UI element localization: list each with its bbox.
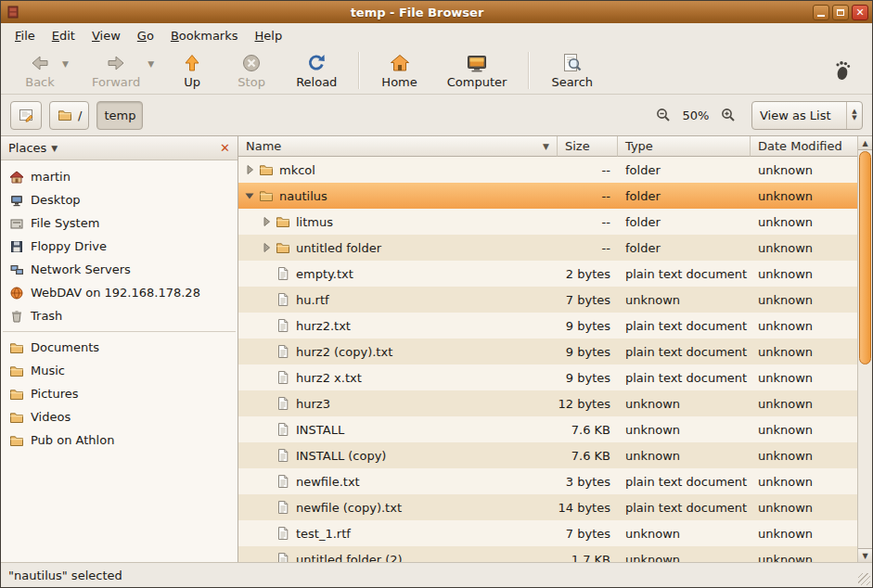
sidebar-item-label: Documents xyxy=(31,340,99,354)
sidebar-item-network-servers[interactable]: Network Servers xyxy=(1,258,238,281)
expander-collapsed-icon[interactable] xyxy=(242,162,257,177)
menu-bookmarks[interactable]: Bookmarks xyxy=(162,25,247,46)
file-modified: unknown xyxy=(751,397,857,411)
column-header-name[interactable]: Name▼ xyxy=(238,136,558,157)
sidebar-item-martin[interactable]: martin xyxy=(1,165,238,188)
expander-collapsed-icon[interactable] xyxy=(259,214,274,229)
scroll-down-button[interactable]: ▼ xyxy=(858,548,872,562)
folder-icon xyxy=(276,240,290,255)
minimize-icon xyxy=(817,15,825,17)
sidebar-item-music[interactable]: Music xyxy=(1,359,238,382)
table-row[interactable]: newfile.txt3 bytesplain text documentunk… xyxy=(238,468,857,494)
path-root-button[interactable]: / xyxy=(49,101,89,130)
sidebar-item-desktop[interactable]: Desktop xyxy=(1,188,238,211)
home-button[interactable]: Home xyxy=(375,49,423,92)
reload-group: Reload xyxy=(289,49,343,92)
column-header-type[interactable]: Type xyxy=(618,136,751,157)
sidebar-close-button[interactable]: ✕ xyxy=(220,142,230,154)
path-current-button[interactable]: temp xyxy=(96,101,143,130)
table-row[interactable]: INSTALL7.6 KBunknownunknown xyxy=(238,416,857,442)
expander-expanded-icon[interactable] xyxy=(242,188,257,203)
expander-slot xyxy=(259,318,274,333)
search-icon xyxy=(561,52,584,74)
scroll-up-button[interactable]: ▲ xyxy=(858,136,872,150)
column-headers: Name▼SizeTypeDate Modified xyxy=(238,136,857,157)
sidebar-item-videos[interactable]: Videos xyxy=(1,405,238,428)
close-button[interactable]: ✕ xyxy=(852,5,868,20)
column-header-size[interactable]: Size xyxy=(558,136,618,157)
scrollbar-thumb[interactable] xyxy=(859,151,871,364)
network-icon xyxy=(9,262,24,277)
table-row[interactable]: untitled folder--folderunknown xyxy=(238,235,857,261)
column-header-date-modified[interactable]: Date Modified xyxy=(751,136,857,157)
table-row[interactable]: nautilus--folderunknown xyxy=(238,183,857,209)
titlebar[interactable]: temp - File Browser ✕ xyxy=(1,1,872,23)
sidebar-item-webdav-on-192-168-178-28[interactable]: WebDAV on 192.168.178.28 xyxy=(1,281,238,304)
status-bar: "nautilus" selected xyxy=(1,562,872,587)
sidebar-item-label: Desktop xyxy=(31,193,81,207)
forward-button[interactable]: Forward xyxy=(85,49,147,92)
sidebar-item-documents[interactable]: Documents xyxy=(1,336,238,359)
sidebar-item-floppy-drive[interactable]: Floppy Drive xyxy=(1,235,238,258)
table-row[interactable]: mkcol--folderunknown xyxy=(238,157,857,183)
gnome-foot-icon xyxy=(831,59,854,82)
file-modified: unknown xyxy=(751,475,857,489)
maximize-button[interactable] xyxy=(832,5,849,20)
back-button[interactable]: Back xyxy=(19,49,61,92)
search-button[interactable]: Search xyxy=(545,49,599,92)
file-modified: unknown xyxy=(751,527,857,541)
view-mode-select[interactable]: View as List ▲▼ xyxy=(751,101,863,130)
sidebar-item-pub-on-athlon[interactable]: Pub on Athlon xyxy=(1,428,238,452)
menu-help[interactable]: Help xyxy=(247,25,291,46)
file-size: 3 bytes xyxy=(558,475,618,489)
reload-button[interactable]: Reload xyxy=(289,49,343,92)
text-file-icon xyxy=(276,526,290,541)
zoom-in-button[interactable] xyxy=(720,107,737,123)
file-size: 12 bytes xyxy=(558,397,618,411)
minimize-button[interactable] xyxy=(813,5,829,20)
table-row[interactable]: hurz312 bytesunknownunknown xyxy=(238,390,857,416)
table-row[interactable]: litmus--folderunknown xyxy=(238,209,857,235)
sidebar-item-label: Trash xyxy=(31,309,62,323)
expander-slot xyxy=(259,526,274,541)
computer-group: Computer xyxy=(441,49,514,92)
webdav-icon xyxy=(9,286,24,300)
table-row[interactable]: untitled folder (2)1.7 KBunknownunknown xyxy=(238,546,857,562)
table-row[interactable]: hurz2 x.txt9 bytesplain text documentunk… xyxy=(238,364,857,390)
places-header[interactable]: Places ▼ ✕ xyxy=(1,136,238,160)
file-size: 7 bytes xyxy=(558,527,618,541)
table-row[interactable]: hu.rtf7 bytesunknownunknown xyxy=(238,287,857,313)
forward-history-dropdown[interactable]: ▼ xyxy=(148,59,154,69)
table-row[interactable]: empty.txt2 bytesplain text documentunkno… xyxy=(238,261,857,287)
vertical-scrollbar[interactable]: ▲ ▼ xyxy=(857,136,872,562)
places-title: Places xyxy=(8,141,46,155)
stop-button[interactable]: Stop xyxy=(230,49,273,92)
menu-go[interactable]: Go xyxy=(129,25,162,46)
maximize-icon xyxy=(837,9,844,16)
menu-edit[interactable]: Edit xyxy=(44,25,83,46)
table-row[interactable]: INSTALL (copy)7.6 KBunknownunknown xyxy=(238,442,857,468)
expander-slot xyxy=(259,500,274,515)
computer-button[interactable]: Computer xyxy=(441,49,514,92)
table-row[interactable]: hurz2 (copy).txt9 bytesplain text docume… xyxy=(238,339,857,364)
edit-location-button[interactable] xyxy=(10,101,42,130)
file-modified: unknown xyxy=(751,449,857,463)
sidebar-item-file-system[interactable]: File System xyxy=(1,211,238,235)
table-row[interactable]: hurz2.txt9 bytesplain text documentunkno… xyxy=(238,313,857,339)
sidebar-item-trash[interactable]: Trash xyxy=(1,304,238,327)
sidebar-item-label: Network Servers xyxy=(31,262,131,276)
file-size: -- xyxy=(558,189,618,203)
expander-collapsed-icon[interactable] xyxy=(259,240,274,255)
user-home-icon xyxy=(9,170,24,185)
menu-file[interactable]: File xyxy=(6,25,44,46)
zoom-out-button[interactable] xyxy=(655,107,672,123)
back-history-dropdown[interactable]: ▼ xyxy=(62,59,69,69)
menu-view[interactable]: View xyxy=(83,25,129,46)
close-icon: ✕ xyxy=(855,7,864,18)
sidebar-item-pictures[interactable]: Pictures xyxy=(1,382,238,405)
table-row[interactable]: newfile (copy).txt14 bytesplain text doc… xyxy=(238,494,857,520)
up-button[interactable]: Up xyxy=(171,49,213,92)
table-row[interactable]: test_1.rtf7 bytesunknownunknown xyxy=(238,520,857,546)
resize-grip[interactable] xyxy=(858,573,870,585)
folder-icon xyxy=(57,107,73,123)
